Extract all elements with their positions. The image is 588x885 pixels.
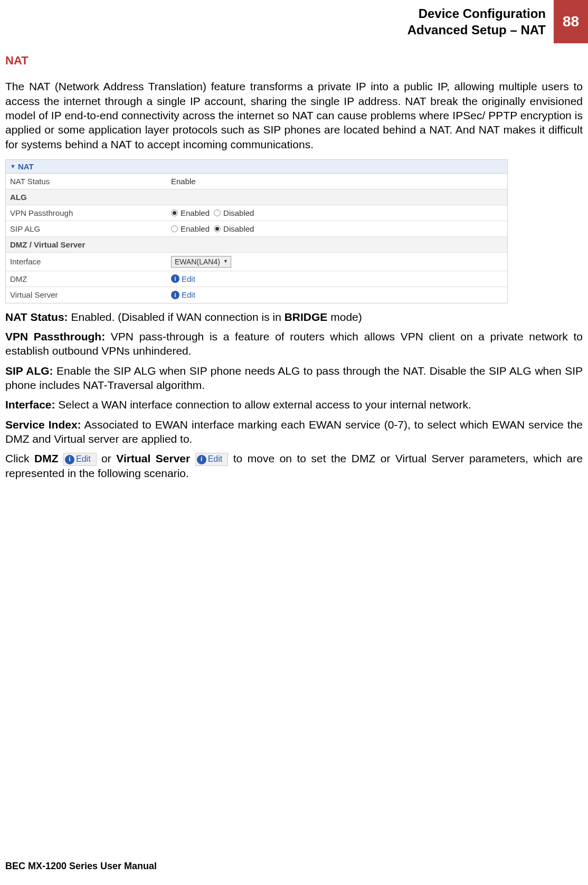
panel-header[interactable]: ▼ NAT bbox=[6, 160, 507, 174]
header-line1: Device Configuration bbox=[407, 5, 546, 22]
dmz-vs-header-label: DMZ / Virtual Server bbox=[6, 237, 167, 252]
vs-edit-link[interactable]: i Edit bbox=[171, 290, 195, 299]
edit-text: Edit bbox=[182, 290, 195, 299]
service-index-description: Service Index: Associated to EWAN interf… bbox=[5, 417, 583, 446]
nat-status-desc-text2: mode) bbox=[327, 311, 362, 323]
intro-paragraph: The NAT (Network Address Translation) fe… bbox=[5, 79, 583, 151]
interface-desc-bold: Interface: bbox=[5, 398, 55, 411]
click-text2: or bbox=[101, 452, 116, 464]
interface-description: Interface: Select a WAN interface connec… bbox=[5, 397, 583, 412]
section-title: NAT bbox=[5, 54, 583, 68]
info-icon: i bbox=[197, 455, 206, 464]
alg-section-header: ALG bbox=[6, 189, 507, 205]
vpn-desc-bold: VPN Passthrough: bbox=[5, 330, 105, 342]
info-icon: i bbox=[65, 455, 74, 464]
header-line2: Advanced Setup – NAT bbox=[407, 22, 546, 38]
dmz-edit-link[interactable]: i Edit bbox=[171, 274, 195, 283]
header-title-block: Device Configuration Advanced Setup – NA… bbox=[407, 0, 554, 43]
click-dmz-bold: DMZ bbox=[34, 452, 59, 464]
bridge-bold: BRIDGE bbox=[284, 311, 328, 323]
interface-desc-text: Select a WAN interface connection to all… bbox=[55, 398, 471, 411]
click-vs-bold: Virtual Server bbox=[116, 452, 190, 464]
sip-desc-text: Enable the SIP ALG when SIP phone needs … bbox=[5, 365, 583, 391]
page-number: 88 bbox=[554, 0, 588, 43]
alg-header-label: ALG bbox=[6, 189, 167, 205]
dmz-edit-inline[interactable]: i Edit bbox=[63, 453, 97, 466]
dmz-row: DMZ i Edit bbox=[6, 271, 507, 287]
vs-edit-inline[interactable]: i Edit bbox=[195, 453, 229, 466]
vpn-description: VPN Passthrough: VPN pass-through is a f… bbox=[5, 329, 583, 358]
sip-disabled-option[interactable]: Disabled bbox=[214, 224, 254, 233]
collapse-arrow-icon: ▼ bbox=[10, 163, 16, 169]
click-instruction: Click DMZ i Edit or Virtual Server i Edi… bbox=[5, 451, 583, 480]
radio-icon bbox=[214, 225, 221, 232]
radio-icon bbox=[171, 210, 178, 216]
vpn-label: VPN Passthrough bbox=[6, 205, 167, 221]
vpn-enabled-option[interactable]: Enabled bbox=[171, 208, 210, 217]
nat-status-desc-bold: NAT Status: bbox=[5, 311, 68, 323]
sip-enabled-label: Enabled bbox=[181, 224, 210, 233]
edit-text: Edit bbox=[208, 454, 223, 465]
sip-description: SIP ALG: Enable the SIP ALG when SIP pho… bbox=[5, 364, 583, 393]
nat-status-value: Enable bbox=[167, 174, 507, 189]
dmz-vs-section-header: DMZ / Virtual Server bbox=[6, 237, 507, 253]
sip-desc-bold: SIP ALG: bbox=[5, 365, 53, 377]
edit-text: Edit bbox=[76, 454, 91, 465]
service-desc-text: Associated to EWAN interface marking eac… bbox=[5, 418, 583, 445]
vpn-enabled-label: Enabled bbox=[181, 208, 210, 217]
sip-enabled-option[interactable]: Enabled bbox=[171, 224, 210, 233]
radio-icon bbox=[171, 225, 178, 232]
sip-radio-group: Enabled Disabled bbox=[171, 224, 254, 233]
interface-label: Interface bbox=[6, 254, 167, 269]
page-header: Device Configuration Advanced Setup – NA… bbox=[0, 0, 588, 43]
nat-status-label: NAT Status bbox=[6, 174, 167, 189]
interface-select[interactable]: EWAN(LAN4) bbox=[171, 256, 231, 268]
sip-label: SIP ALG bbox=[6, 221, 167, 236]
service-desc-bold: Service Index: bbox=[5, 418, 81, 431]
virtual-server-row: Virtual Server i Edit bbox=[6, 287, 507, 303]
info-icon: i bbox=[171, 291, 179, 299]
vs-label: Virtual Server bbox=[6, 287, 167, 302]
click-text1: Click bbox=[5, 452, 34, 464]
info-icon: i bbox=[171, 274, 179, 283]
nat-status-row: NAT Status Enable bbox=[6, 174, 507, 189]
sip-disabled-label: Disabled bbox=[223, 224, 254, 233]
vpn-radio-group: Enabled Disabled bbox=[171, 208, 254, 217]
nat-status-description: NAT Status: Enabled. (Disabled if WAN co… bbox=[5, 310, 583, 324]
dmz-label: DMZ bbox=[6, 271, 167, 287]
vpn-disabled-option[interactable]: Disabled bbox=[214, 208, 254, 217]
vpn-disabled-label: Disabled bbox=[223, 208, 254, 217]
nat-config-panel: ▼ NAT NAT Status Enable ALG VPN Passthro… bbox=[5, 159, 508, 303]
interface-row: Interface EWAN(LAN4) bbox=[6, 253, 507, 271]
edit-text: Edit bbox=[182, 274, 195, 283]
footer-manual-title: BEC MX-1200 Series User Manual bbox=[5, 861, 157, 872]
vpn-passthrough-row: VPN Passthrough Enabled Disabled bbox=[6, 205, 507, 221]
nat-status-desc-text: Enabled. (Disabled if WAN connection is … bbox=[68, 311, 284, 323]
panel-title: NAT bbox=[18, 162, 34, 171]
sip-alg-row: SIP ALG Enabled Disabled bbox=[6, 221, 507, 237]
radio-icon bbox=[214, 210, 221, 216]
